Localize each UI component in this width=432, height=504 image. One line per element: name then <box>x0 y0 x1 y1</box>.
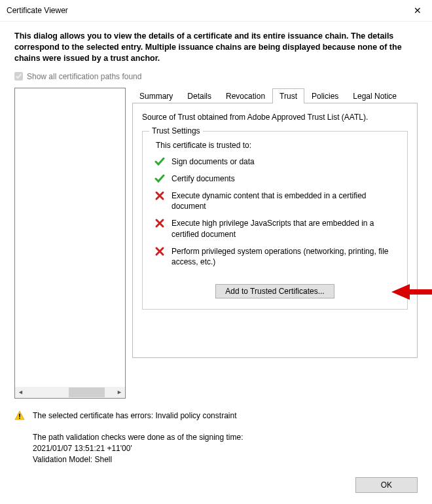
status-error: The selected certificate has errors: Inv… <box>33 410 243 422</box>
warning-icon <box>14 410 25 421</box>
add-to-trusted-button[interactable]: Add to Trusted Certificates... <box>215 284 334 298</box>
trust-source: Source of Trust obtained from Adobe Appr… <box>142 113 408 122</box>
status-timestamp: 2021/01/07 13:51:21 +11'00' <box>33 443 243 454</box>
certificate-chain-list[interactable]: ◄ ► <box>14 88 126 399</box>
svg-rect-3 <box>19 414 20 417</box>
svg-rect-4 <box>19 418 20 419</box>
scroll-right-icon[interactable]: ► <box>114 387 125 398</box>
callout-arrow-icon <box>391 283 432 301</box>
trust-settings-fieldset: Trust Settings This certificate is trust… <box>142 131 408 310</box>
scroll-track[interactable] <box>26 387 114 398</box>
window-title: Certificate Viewer <box>7 6 68 15</box>
svg-rect-0 <box>408 289 432 295</box>
trusted-to-label: This certificate is trusted to: <box>156 141 398 150</box>
trust-settings-legend: Trust Settings <box>149 126 203 135</box>
cross-icon <box>154 246 165 257</box>
scroll-left-icon[interactable]: ◄ <box>15 387 26 398</box>
horizontal-scrollbar[interactable]: ◄ ► <box>15 387 125 398</box>
trust-item-text: Certify documents <box>171 173 395 184</box>
trust-item: Execute dynamic content that is embedded… <box>154 190 395 211</box>
trust-item-text: Perform privileged system operations (ne… <box>171 246 395 267</box>
scroll-thumb[interactable] <box>69 387 105 397</box>
trust-item: Execute high privilege JavaScripts that … <box>154 218 395 239</box>
trust-item-text: Execute high privilege JavaScripts that … <box>171 218 395 239</box>
check-icon <box>154 173 165 184</box>
cross-icon <box>154 218 165 228</box>
trust-item: Perform privileged system operations (ne… <box>154 246 395 267</box>
tab-policies[interactable]: Policies <box>304 88 346 103</box>
close-icon[interactable]: ✕ <box>410 4 425 17</box>
show-all-paths-checkbox[interactable]: Show all certification paths found <box>14 72 418 81</box>
status-path-line: The path validation checks were done as … <box>33 432 243 443</box>
check-icon <box>154 156 165 167</box>
status-row: The selected certificate has errors: Inv… <box>14 410 418 465</box>
tab-summary[interactable]: Summary <box>132 88 180 103</box>
tab-legal[interactable]: Legal Notice <box>346 88 404 103</box>
tab-strip: Summary Details Revocation Trust Policie… <box>132 88 418 103</box>
trust-item-text: Sign documents or data <box>171 156 395 167</box>
status-model: Validation Model: Shell <box>33 454 243 465</box>
titlebar: Certificate Viewer ✕ <box>0 0 432 22</box>
show-all-paths-label: Show all certification paths found <box>27 72 141 81</box>
tab-details[interactable]: Details <box>180 88 219 103</box>
cross-icon <box>154 190 165 201</box>
tab-trust[interactable]: Trust <box>272 88 304 103</box>
tab-body-trust: Source of Trust obtained from Adobe Appr… <box>132 103 418 358</box>
ok-button[interactable]: OK <box>355 477 418 493</box>
intro-text: This dialog allows you to view the detai… <box>14 31 418 64</box>
show-all-paths-input[interactable] <box>14 72 23 81</box>
trust-item-text: Execute dynamic content that is embedded… <box>171 190 395 211</box>
svg-marker-1 <box>391 284 410 300</box>
trust-item: Sign documents or data <box>154 156 395 167</box>
dialog-content: This dialog allows you to view the detai… <box>0 22 432 499</box>
tab-revocation[interactable]: Revocation <box>219 88 272 103</box>
trust-item: Certify documents <box>154 173 395 184</box>
